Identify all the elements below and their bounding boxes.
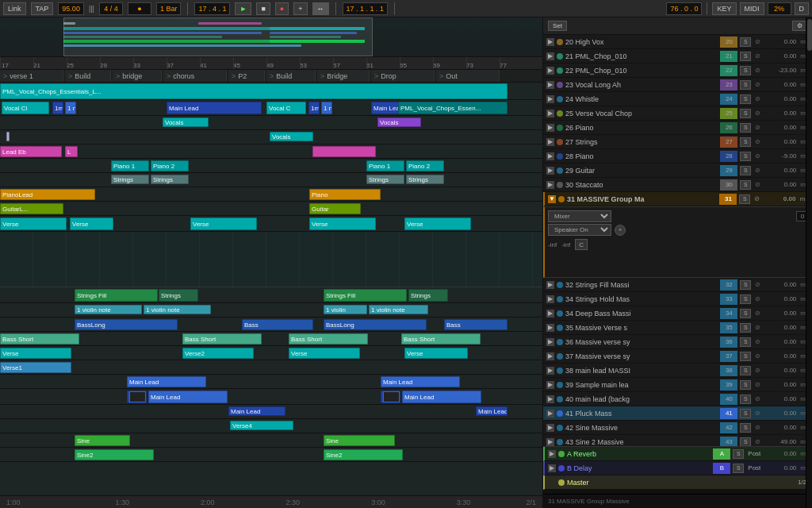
track-36-mute[interactable]: ⊘ [755, 338, 760, 345]
track-item-38[interactable]: ▶ 38 main lead MASSI 38 S ⊘ 0.00 ms [543, 364, 812, 378]
overdub-button[interactable]: + [293, 2, 307, 15]
track-40-fold[interactable]: ▶ [546, 395, 554, 403]
track-20-s[interactable]: S [740, 37, 751, 47]
track-27-s[interactable]: S [740, 137, 751, 147]
track-item-33[interactable]: ▶ 34 Strings Hold Mas 33 S ⊘ 0.00 ms [543, 292, 812, 306]
clip-vocal-cl[interactable]: Vocal Cl [2, 102, 49, 114]
track-30-mute[interactable]: ⊘ [755, 181, 760, 188]
track-item-30[interactable]: ▶ 30 Staccato 30 S ⊘ 0.00 ms [543, 178, 812, 192]
clip-1m-2[interactable]: 1 n [65, 102, 76, 114]
track-item-21[interactable]: ▶ 21 PML_Chop_010 21 S ⊘ 0.00 ms [543, 49, 812, 64]
tap-button[interactable]: TAP [31, 2, 54, 15]
track-24-mute[interactable]: ⊘ [755, 95, 760, 102]
track-40-mute[interactable]: ⊘ [755, 395, 760, 402]
section-build2[interactable]: Build [266, 70, 316, 82]
clip-verse-4[interactable]: Verse [309, 217, 376, 230]
clip-vocals-dot[interactable] [6, 132, 10, 141]
track-26-s[interactable]: S [740, 123, 751, 133]
clip-bass-short-3[interactable]: Bass Short [289, 333, 368, 344]
clip-verse2-4[interactable]: Verse [404, 348, 468, 359]
clip-lead-eb-2[interactable] [312, 146, 376, 157]
track-36-fold[interactable]: ▶ [546, 338, 554, 346]
c-button[interactable]: C [575, 239, 588, 250]
mini-map-viewport[interactable] [63, 17, 373, 56]
track-41-mute[interactable]: ⊘ [755, 410, 760, 417]
track-item-43[interactable]: ▶ 43 Sine 2 Massive 43 S ⊘ 49.00 ms [543, 435, 812, 446]
ruler[interactable]: 17 21 25 29 33 37 41 45 49 53 57 61 65 6… [0, 57, 542, 70]
track-21-fold[interactable]: ▶ [546, 52, 554, 60]
track-26-fold[interactable]: ▶ [546, 124, 554, 132]
track-21-mute[interactable]: ⊘ [755, 52, 760, 60]
track-34-mute[interactable]: ⊘ [755, 310, 760, 317]
clip-lead-l[interactable]: L [65, 146, 78, 157]
clip-main-lead-row1[interactable]: Main Lead [127, 376, 206, 387]
clip-main-lead-bot[interactable]: Main Lead [228, 406, 285, 416]
clip-guitar-lead[interactable]: GuitarL... [0, 203, 63, 214]
track-30-fold[interactable]: ▶ [546, 181, 554, 189]
mixer-dropdown[interactable]: Mixer [548, 210, 611, 222]
clip-vocal-c[interactable]: Vocal C [266, 102, 306, 114]
section-chorus[interactable]: chorus [163, 70, 227, 82]
stop-button[interactable]: ■ [256, 2, 270, 15]
clips-pml-chops[interactable]: PML_Vocal_Chops_Essentials_L... [0, 83, 542, 99]
track-item-27[interactable]: ▶ 27 Strings 27 S ⊘ 0.00 ms [543, 135, 812, 149]
track-37-mute[interactable]: ⊘ [755, 352, 760, 360]
key-button[interactable]: KEY [712, 2, 736, 15]
track-item-31-group[interactable]: ▼ 31 MASSIVE Group Ma 31 S ⊘ 0.00 ms [543, 192, 812, 206]
track-item-36[interactable]: ▶ 36 Massive verse sy 36 S ⊘ 0.00 ms [543, 335, 812, 349]
track-29-mute[interactable]: ⊘ [755, 167, 760, 174]
clip-violin-1[interactable]: 1 violin note [75, 305, 142, 314]
group-add-btn[interactable]: + [615, 225, 626, 236]
track-27-mute[interactable]: ⊘ [755, 138, 760, 145]
clip-verse2-1[interactable]: Verse [0, 348, 71, 359]
track-23-mute[interactable]: ⊘ [755, 81, 760, 88]
track-29-fold[interactable]: ▶ [546, 167, 554, 175]
track-43-fold[interactable]: ▶ [546, 438, 554, 446]
track-32-fold[interactable]: ▶ [546, 281, 554, 289]
clip-piano-lead[interactable]: PianoLead [0, 189, 95, 200]
return-b-fold[interactable]: ▶ [548, 464, 556, 472]
clip-verse4[interactable]: Verse4 [230, 421, 293, 430]
clip-bass-long-1[interactable]: BassLong [75, 319, 178, 330]
clip-piano1-1[interactable]: Piano 1 [111, 160, 149, 171]
track-32-mute[interactable]: ⊘ [755, 281, 760, 288]
track-34-fold[interactable]: ▶ [546, 310, 554, 318]
clip-ml-indicator2[interactable] [381, 391, 400, 403]
clip-vocals-1[interactable]: Vocals [163, 117, 209, 127]
track-item-20[interactable]: ▶ 20 High Vox 20 S ⊘ 0.00 ms [543, 35, 812, 49]
track-item-28[interactable]: ▶ 28 Piano 28 S ⊘ -9.00 ms [543, 149, 812, 164]
track-23-s[interactable]: S [740, 80, 751, 90]
clip-verse2-2[interactable]: Verse2 [182, 348, 254, 359]
clip-strings-2b[interactable]: Strings [408, 289, 448, 302]
track-28-fold[interactable]: ▶ [546, 152, 554, 160]
bpm-display-right[interactable]: 76 . 0 . 0 [666, 2, 702, 15]
clip-1m-1[interactable]: 1m [52, 102, 63, 114]
clip-1m-4[interactable]: 1 n [321, 102, 332, 114]
clip-pml-chops-2[interactable]: PML_Vocal_Chops_Essen... [398, 102, 508, 114]
track-22-s[interactable]: S [740, 66, 751, 75]
track-28-s[interactable]: S [740, 152, 751, 161]
track-item-35[interactable]: ▶ 35 Massive Verse s 35 S ⊘ 0.00 ms [543, 321, 812, 335]
clip-vocals-purple[interactable]: Vocals [377, 117, 421, 127]
track-20-mute[interactable]: ⊘ [755, 38, 760, 45]
track-35-s[interactable]: S [740, 323, 751, 333]
clip-verse1-1[interactable]: Verse1 [0, 362, 71, 373]
track-item-42[interactable]: ▶ 42 Sine Massive 42 S ⊘ 0.00 ms [543, 421, 812, 435]
track-41-s[interactable]: S [740, 409, 751, 418]
track-33-fold[interactable]: ▶ [546, 295, 554, 303]
clip-vocals-2[interactable]: Vocals [270, 132, 313, 141]
clip-bass-2[interactable]: Bass [242, 319, 313, 330]
track-25-mute[interactable]: ⊘ [755, 110, 760, 117]
clip-bass-long-2[interactable]: BassLong [324, 319, 427, 330]
return-a-s[interactable]: S [733, 449, 744, 459]
clip-piano2-1[interactable]: Piano 2 [151, 160, 189, 171]
track-20-fold[interactable]: ▶ [546, 38, 554, 46]
track-38-mute[interactable]: ⊘ [755, 367, 760, 374]
track-item-24[interactable]: ▶ 24 Whistle 24 S ⊘ 0.00 ms [543, 92, 812, 106]
track-item-26[interactable]: ▶ 26 Piano 26 S ⊘ 0.00 ms [543, 121, 812, 135]
record-button[interactable]: ● [275, 2, 289, 15]
track-24-fold[interactable]: ▶ [546, 95, 554, 103]
section-drop[interactable]: Drop [371, 70, 435, 82]
track-22-mute[interactable]: ⊘ [755, 67, 760, 74]
clip-sine-2[interactable]: Sine [324, 435, 395, 446]
